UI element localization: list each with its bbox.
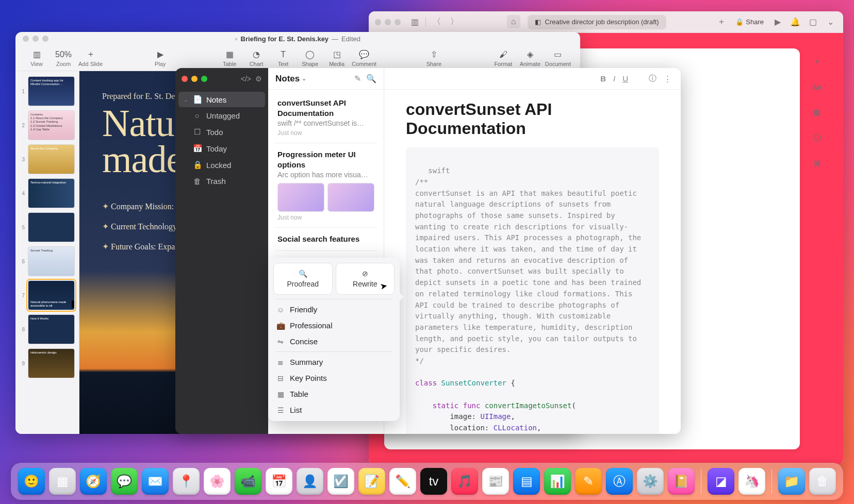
play-button[interactable]: ▶Play [149,49,172,67]
chart-button[interactable]: ◔Chart [244,49,268,67]
slide-thumb[interactable]: 5 [20,212,75,242]
bold-icon[interactable]: B [600,74,606,83]
popover-item[interactable]: ☺Friendly [271,301,397,317]
dock-messages[interactable]: 💬 [111,468,138,495]
folder-item[interactable]: 📅Today [178,141,265,156]
info-icon[interactable]: ⓘ [649,74,656,83]
code-icon[interactable]: </> [241,75,251,83]
search-icon[interactable]: 🔍 [366,74,376,83]
notes-list-title[interactable]: Notes⌄ [275,74,349,84]
dock-finder[interactable]: 🙂 [18,468,45,495]
slide-thumb[interactable]: 7Natural phenomena made accessible to al… [20,280,75,310]
text-button[interactable]: TText [271,49,295,67]
dock-mail[interactable]: ✉️ [142,468,169,495]
animate-button[interactable]: ◈Animate [518,49,542,67]
compose-icon[interactable]: ✎ [354,74,361,83]
dock-app-a[interactable]: ◪ [708,468,734,495]
dock-app-b[interactable]: 🦄 [738,468,765,495]
slide-thumb[interactable]: 3About the Company [20,144,75,174]
popover-item[interactable]: ▦Table [271,386,397,402]
dock-settings[interactable]: ⚙️ [637,468,664,495]
slide-thumb[interactable]: 9Heliocentric design [20,348,75,378]
panel-icon[interactable]: ▦ [810,105,824,120]
popover-item[interactable]: ≣Summary [271,354,397,370]
window-controls[interactable] [23,36,48,42]
note-list-item[interactable]: convertSunset API Documentationswift /**… [274,92,377,143]
shape-button[interactable]: ◯Shape [298,49,322,67]
window-controls[interactable] [375,19,401,25]
slide-thumb[interactable]: 8How it Works [20,314,75,344]
home-icon[interactable]: ⌂ [507,15,520,28]
table-button[interactable]: ▦Table [218,49,241,67]
dock-pages[interactable]: ✎ [575,468,602,495]
dock-notes[interactable]: 📝 [358,468,385,495]
filename: Briefing for E. St. Denis.key [241,35,329,43]
new-tab-button[interactable]: ＋ [715,15,728,29]
address-bar[interactable]: ◧ Creative director job description (dra… [528,15,666,29]
slide-thumb[interactable]: 1Content tracking app for Mindful Consum… [20,76,75,106]
dock-trash[interactable]: 🗑 [809,468,836,495]
slide-thumb[interactable]: 6Sunset Tracking [20,246,75,276]
document-button[interactable]: ▭Document [545,49,571,67]
dock-journal[interactable]: 📔 [668,468,695,495]
back-button[interactable]: 〈 [430,15,444,29]
popover-item[interactable]: ⊟Key Points [271,370,397,386]
note-list-item[interactable]: Social search features [274,228,377,251]
dock-keynote[interactable]: ▤ [513,468,540,495]
note-title: convertSunset API Documentation [406,100,659,138]
dock-numbers[interactable]: 📊 [544,468,571,495]
sliders-icon[interactable]: ⚙ [255,75,262,83]
dock-downloads[interactable]: 📁 [778,468,805,495]
dock-appstore[interactable]: Ⓐ [606,468,633,495]
format-button[interactable]: 🖌Format [491,49,515,67]
bell-icon[interactable]: 🔔 [789,15,802,29]
note-list-item[interactable]: Progression meter UI optionsArc option h… [274,143,377,228]
slide-thumbnails[interactable]: 1Content tracking app for Mindful Consum… [15,71,79,434]
chevron-down-icon[interactable]: ⌄ [824,15,837,29]
comment-button[interactable]: 💬Comment [352,49,376,67]
folder-item[interactable]: 🔒Locked [178,157,265,173]
dock-reminders[interactable]: ☑️ [327,468,354,495]
shortcut-icon[interactable]: ⌘ [810,157,824,171]
dock-facetime[interactable]: 📹 [235,468,261,495]
share-button[interactable]: ⇧Share [422,49,446,67]
dock-freeform[interactable]: ✏️ [389,468,416,495]
popover-item[interactable]: 💼Professional [271,317,397,333]
slide-thumb[interactable]: 4Techno-natural integration [20,178,75,208]
dock-maps[interactable]: 📍 [173,468,200,495]
add-icon[interactable]: + [810,54,824,68]
dock-contacts[interactable]: 👤 [297,468,323,495]
media-button[interactable]: ◳Media [325,49,349,67]
view-button[interactable]: ▥View [25,49,48,67]
tabs-icon[interactable]: ▢ [806,15,819,29]
sidebar-toggle-icon[interactable]: ▥ [408,15,421,29]
share-button[interactable]: 🔒Share [732,18,767,26]
pip-icon[interactable]: ▶ [771,15,784,29]
zoom-button[interactable]: 50%Zoom [52,49,75,67]
font-icon[interactable]: Aa [810,79,824,94]
italic-icon[interactable]: I [613,74,615,83]
slide-thumb[interactable]: 2Contents1.1 About the Company1.2 Sunset… [20,110,75,140]
folder-item[interactable]: 🗑Trash [178,174,265,189]
dock-tv[interactable]: tv [420,468,447,495]
popover-item[interactable]: ⇋Concise [271,333,397,349]
more-icon[interactable]: ⋮ [664,74,671,83]
window-controls[interactable] [182,76,207,82]
popover-item[interactable]: ☰List [271,402,397,418]
url-text: Creative director job description (draft… [545,18,659,26]
dock-calendar[interactable]: 📅 [266,468,292,495]
folder-item[interactable]: ⌄📄Notes [178,92,265,107]
underline-icon[interactable]: U [622,74,628,83]
dock-safari[interactable]: 🧭 [80,468,107,495]
proofread-button[interactable]: 🔍 Proofread [273,263,333,295]
dock-launchpad[interactable]: ▦ [49,468,76,495]
note-body[interactable]: convertSunset API Documentation swift /*… [384,90,681,434]
info-icon[interactable]: ⓘ [810,131,824,145]
folder-item[interactable]: ☐Todo [178,124,265,140]
folder-item[interactable]: ○Untagged [178,108,265,123]
add-slide-button[interactable]: ＋Add Slide [78,49,103,67]
dock-news[interactable]: 📰 [482,468,509,495]
dock-music[interactable]: 🎵 [451,468,478,495]
forward-button[interactable]: 〉 [448,15,461,29]
dock-photos[interactable]: 🌸 [204,468,231,495]
